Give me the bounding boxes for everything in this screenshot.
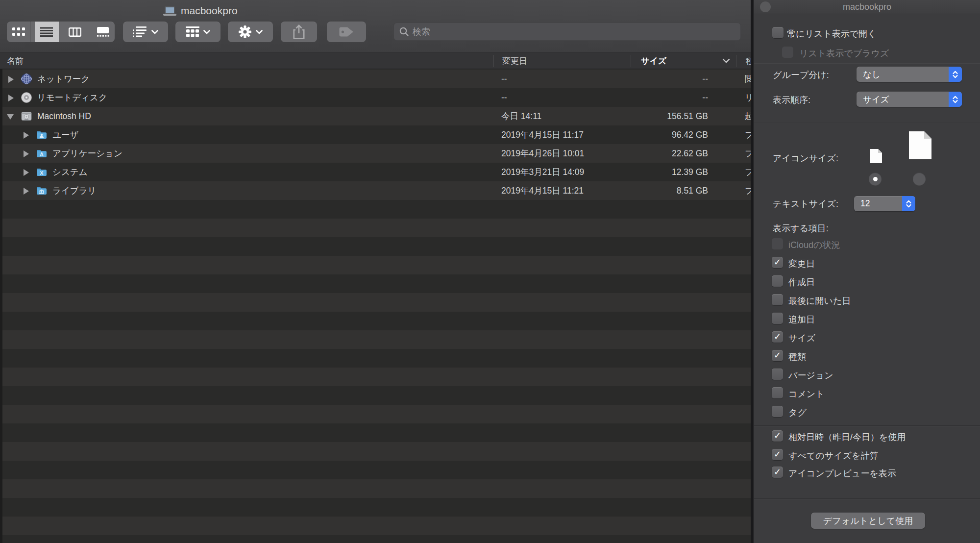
use-as-defaults-button[interactable]: デフォルトとして使用	[811, 513, 925, 529]
tag-icon	[339, 27, 354, 37]
table-row[interactable]: A アプリケーション 2019年4月26日 10:01 22.62 GB フ	[0, 144, 751, 163]
relative-dates-checkbox[interactable]	[772, 430, 783, 442]
disclosure-triangle-collapsed[interactable]	[24, 150, 29, 157]
icon-size-small-radio[interactable]	[869, 173, 882, 185]
share-icon	[293, 25, 305, 39]
column-added-checkbox[interactable]	[772, 313, 783, 324]
table-row[interactable]: ユーザ 2019年4月15日 11:17 96.42 GB フ	[0, 125, 751, 144]
disclosure-triangle-collapsed[interactable]	[24, 169, 29, 176]
row-size: 22.62 GB	[612, 144, 708, 163]
table-row[interactable]: リモートディスク -- -- リ	[0, 88, 751, 107]
gallery-view-button[interactable]	[91, 22, 115, 42]
row-name: Macintosh HD	[37, 107, 91, 125]
column-last-opened-label: 最後に開いた日	[788, 295, 851, 307]
column-kind-checkbox[interactable]	[772, 350, 783, 361]
row-name: ネットワーク	[37, 70, 90, 88]
list-view-button[interactable]	[35, 22, 59, 42]
search-placeholder: 検索	[413, 26, 430, 38]
chevron-down-icon	[256, 30, 263, 34]
list-view-icon	[40, 27, 53, 37]
column-version-checkbox[interactable]	[772, 369, 783, 380]
column-icloud-label: iCloudの状況	[788, 239, 840, 251]
column-modified-checkbox[interactable]	[772, 257, 783, 268]
browse-list-view-checkbox[interactable]	[782, 47, 793, 58]
show-columns-label: 表示する項目:	[773, 222, 829, 234]
always-list-view-checkbox[interactable]	[772, 27, 784, 38]
arrange-button[interactable]	[123, 22, 168, 42]
gear-icon	[238, 25, 252, 39]
icon-preview-checkbox[interactable]	[772, 467, 783, 478]
library-folder-icon	[36, 185, 48, 197]
row-name: リモートディスク	[37, 88, 107, 107]
column-size-checkbox[interactable]	[772, 331, 783, 343]
close-icon[interactable]	[760, 1, 771, 12]
action-button[interactable]	[228, 22, 273, 42]
icon-preview-label: アイコンプレビューを表示	[788, 468, 896, 479]
tag-button[interactable]	[327, 22, 366, 42]
sort-descending-icon[interactable]	[722, 53, 730, 69]
column-created-checkbox[interactable]	[772, 275, 783, 287]
disclosure-triangle-expanded[interactable]	[7, 114, 14, 120]
table-row[interactable]: ネットワーク -- -- 閲	[0, 70, 751, 88]
group-button[interactable]	[175, 22, 220, 42]
text-size-stepper[interactable]: 12	[854, 196, 915, 211]
row-modified: 今日 14:11	[501, 107, 541, 125]
row-kind: フ	[745, 125, 751, 144]
svg-text:X: X	[40, 170, 44, 176]
column-tags-checkbox[interactable]	[772, 406, 783, 417]
window-title: macbookpro	[181, 5, 238, 17]
row-modified: 2019年4月26日 10:01	[501, 144, 584, 163]
popup-chevrons-icon	[949, 67, 962, 82]
column-created-label: 作成日	[788, 276, 815, 288]
row-kind: フ	[745, 163, 751, 181]
calculate-sizes-checkbox[interactable]	[772, 449, 783, 460]
titlebar-toolbar: macbookpro	[0, 0, 751, 53]
applications-folder-icon: A	[36, 148, 48, 159]
column-header-modified[interactable]: 変更日	[502, 53, 527, 69]
table-row[interactable]: Macintosh HD 今日 14:11 156.51 GB 起	[0, 107, 751, 125]
row-kind: フ	[745, 181, 751, 200]
panel-titlebar: macbookpro	[754, 0, 980, 14]
disclosure-triangle-collapsed[interactable]	[8, 95, 14, 101]
row-size: 8.51 GB	[612, 181, 708, 200]
row-size: --	[612, 70, 708, 88]
row-name: アプリケーション	[52, 144, 122, 163]
window-title-group: macbookpro	[163, 5, 238, 17]
calculate-sizes-label: すべてのサイズを計算	[788, 450, 878, 462]
sort-by-popup[interactable]: サイズ	[857, 92, 962, 107]
disclosure-triangle-collapsed[interactable]	[24, 132, 29, 139]
list-column-headers: 名前 変更日 サイズ 種	[0, 53, 751, 69]
view-options-panel: macbookpro 常にリスト表示で開く リスト表示でブラウズ グループ分け:…	[754, 0, 980, 543]
column-last-opened-checkbox[interactable]	[772, 294, 783, 305]
column-comments-checkbox[interactable]	[772, 387, 783, 398]
icon-size-large-radio[interactable]	[913, 173, 926, 185]
column-header-size[interactable]: サイズ	[641, 53, 666, 69]
row-name: システム	[52, 163, 88, 181]
group-by-value: なし	[857, 69, 949, 80]
network-globe-icon	[21, 73, 32, 85]
gallery-view-icon	[97, 27, 109, 37]
finder-window: macbookpro	[0, 0, 751, 543]
group-by-popup[interactable]: なし	[857, 67, 962, 82]
icon-view-button[interactable]	[7, 22, 31, 42]
users-folder-icon	[36, 129, 48, 141]
column-icloud-checkbox[interactable]	[772, 238, 783, 249]
column-header-kind[interactable]: 種	[746, 53, 751, 69]
column-size-label: サイズ	[788, 332, 815, 344]
column-added-label: 追加日	[788, 314, 815, 325]
macbook-icon	[163, 6, 176, 16]
search-input[interactable]: 検索	[393, 23, 741, 41]
table-row[interactable]: ライブラリ 2019年4月15日 11:21 8.51 GB フ	[0, 181, 751, 200]
share-button[interactable]	[281, 22, 317, 42]
small-document-icon	[870, 149, 882, 163]
disclosure-triangle-collapsed[interactable]	[24, 188, 29, 195]
relative-dates-label: 相対日時（昨日/今日）を使用	[788, 431, 906, 443]
disclosure-triangle-collapsed[interactable]	[8, 76, 14, 83]
row-kind: 閲	[745, 70, 751, 88]
table-row[interactable]: X システム 2019年3月21日 14:09 12.39 GB フ	[0, 163, 751, 181]
column-view-button[interactable]	[63, 22, 87, 42]
sort-by-value: サイズ	[857, 94, 949, 105]
column-header-name[interactable]: 名前	[7, 53, 24, 69]
optical-disc-icon	[21, 92, 32, 103]
row-modified: 2019年4月15日 11:17	[501, 125, 584, 144]
